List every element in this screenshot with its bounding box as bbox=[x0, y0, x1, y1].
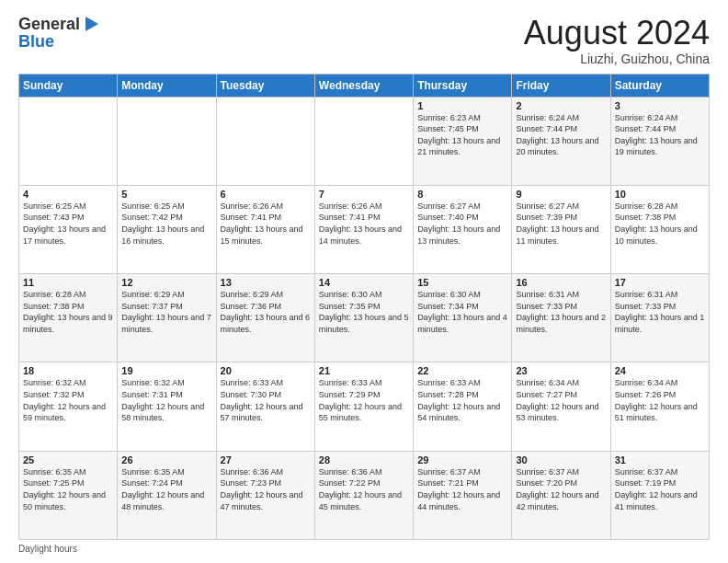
day-info: Sunrise: 6:24 AM Sunset: 7:44 PM Dayligh… bbox=[516, 112, 606, 158]
logo-general: General bbox=[18, 16, 80, 34]
table-row: 23Sunrise: 6:34 AM Sunset: 7:27 PM Dayli… bbox=[512, 362, 610, 451]
day-info: Sunrise: 6:25 AM Sunset: 7:43 PM Dayligh… bbox=[23, 201, 113, 247]
table-row: 9Sunrise: 6:27 AM Sunset: 7:39 PM Daylig… bbox=[512, 185, 610, 273]
month-title: August 2024 bbox=[524, 15, 710, 52]
day-number: 23 bbox=[516, 365, 606, 376]
day-info: Sunrise: 6:26 AM Sunset: 7:41 PM Dayligh… bbox=[319, 201, 409, 247]
day-number: 14 bbox=[319, 277, 409, 288]
table-row: 20Sunrise: 6:33 AM Sunset: 7:30 PM Dayli… bbox=[216, 362, 314, 451]
col-sunday: Sunday bbox=[19, 74, 118, 97]
day-number: 30 bbox=[516, 454, 606, 465]
day-number: 27 bbox=[221, 454, 311, 465]
table-row: 18Sunrise: 6:32 AM Sunset: 7:32 PM Dayli… bbox=[19, 362, 118, 451]
day-info: Sunrise: 6:26 AM Sunset: 7:41 PM Dayligh… bbox=[221, 201, 311, 247]
day-number: 13 bbox=[221, 277, 311, 288]
day-number: 20 bbox=[221, 365, 311, 376]
logo: General Blue bbox=[18, 15, 102, 52]
table-row: 4Sunrise: 6:25 AM Sunset: 7:43 PM Daylig… bbox=[19, 185, 118, 273]
day-info: Sunrise: 6:34 AM Sunset: 7:27 PM Dayligh… bbox=[516, 377, 606, 423]
calendar-week-row: 18Sunrise: 6:32 AM Sunset: 7:32 PM Dayli… bbox=[19, 362, 710, 451]
table-row: 15Sunrise: 6:30 AM Sunset: 7:34 PM Dayli… bbox=[414, 274, 512, 362]
table-row: 11Sunrise: 6:28 AM Sunset: 7:38 PM Dayli… bbox=[19, 274, 118, 362]
table-row: 31Sunrise: 6:37 AM Sunset: 7:19 PM Dayli… bbox=[610, 451, 709, 539]
calendar-week-row: 25Sunrise: 6:35 AM Sunset: 7:25 PM Dayli… bbox=[19, 451, 710, 539]
day-number: 28 bbox=[319, 454, 409, 465]
day-number: 8 bbox=[417, 189, 507, 200]
col-tuesday: Tuesday bbox=[216, 74, 314, 97]
table-row: 21Sunrise: 6:33 AM Sunset: 7:29 PM Dayli… bbox=[314, 362, 413, 451]
table-row: 30Sunrise: 6:37 AM Sunset: 7:20 PM Dayli… bbox=[512, 451, 610, 539]
location: Liuzhi, Guizhou, China bbox=[524, 52, 710, 66]
day-info: Sunrise: 6:33 AM Sunset: 7:28 PM Dayligh… bbox=[417, 377, 507, 423]
day-number: 16 bbox=[516, 277, 606, 288]
day-info: Sunrise: 6:36 AM Sunset: 7:23 PM Dayligh… bbox=[221, 466, 311, 512]
day-info: Sunrise: 6:35 AM Sunset: 7:24 PM Dayligh… bbox=[121, 466, 211, 512]
col-friday: Friday bbox=[512, 74, 610, 97]
table-row: 8Sunrise: 6:27 AM Sunset: 7:40 PM Daylig… bbox=[414, 185, 512, 273]
day-info: Sunrise: 6:37 AM Sunset: 7:19 PM Dayligh… bbox=[615, 466, 705, 512]
day-info: Sunrise: 6:29 AM Sunset: 7:37 PM Dayligh… bbox=[121, 289, 211, 335]
table-row: 10Sunrise: 6:28 AM Sunset: 7:38 PM Dayli… bbox=[610, 185, 709, 273]
logo-icon bbox=[82, 15, 102, 35]
day-info: Sunrise: 6:25 AM Sunset: 7:42 PM Dayligh… bbox=[121, 201, 211, 247]
day-number: 4 bbox=[23, 189, 113, 200]
day-info: Sunrise: 6:27 AM Sunset: 7:39 PM Dayligh… bbox=[516, 201, 606, 247]
day-info: Sunrise: 6:31 AM Sunset: 7:33 PM Dayligh… bbox=[615, 289, 705, 335]
day-info: Sunrise: 6:28 AM Sunset: 7:38 PM Dayligh… bbox=[615, 201, 705, 247]
logo-blue: Blue bbox=[18, 33, 102, 52]
day-number: 5 bbox=[121, 189, 211, 200]
header: General Blue August 2024 Liuzhi, Guizhou… bbox=[18, 15, 710, 66]
table-row bbox=[216, 97, 314, 185]
footer-note: Daylight hours bbox=[18, 544, 710, 554]
table-row: 13Sunrise: 6:29 AM Sunset: 7:36 PM Dayli… bbox=[216, 274, 314, 362]
table-row: 5Sunrise: 6:25 AM Sunset: 7:42 PM Daylig… bbox=[118, 185, 216, 273]
day-info: Sunrise: 6:35 AM Sunset: 7:25 PM Dayligh… bbox=[23, 466, 113, 512]
table-row: 7Sunrise: 6:26 AM Sunset: 7:41 PM Daylig… bbox=[314, 185, 413, 273]
table-row: 28Sunrise: 6:36 AM Sunset: 7:22 PM Dayli… bbox=[314, 451, 413, 539]
day-info: Sunrise: 6:33 AM Sunset: 7:29 PM Dayligh… bbox=[319, 377, 409, 423]
day-info: Sunrise: 6:33 AM Sunset: 7:30 PM Dayligh… bbox=[221, 377, 311, 423]
col-saturday: Saturday bbox=[610, 74, 709, 97]
day-info: Sunrise: 6:30 AM Sunset: 7:34 PM Dayligh… bbox=[417, 289, 507, 335]
calendar-table: Sunday Monday Tuesday Wednesday Thursday… bbox=[18, 74, 710, 540]
calendar-header-row: Sunday Monday Tuesday Wednesday Thursday… bbox=[19, 74, 710, 97]
day-number: 26 bbox=[121, 454, 211, 465]
table-row: 22Sunrise: 6:33 AM Sunset: 7:28 PM Dayli… bbox=[414, 362, 512, 451]
day-number: 15 bbox=[417, 277, 507, 288]
table-row bbox=[19, 97, 118, 185]
table-row: 2Sunrise: 6:24 AM Sunset: 7:44 PM Daylig… bbox=[512, 97, 610, 185]
table-row: 26Sunrise: 6:35 AM Sunset: 7:24 PM Dayli… bbox=[118, 451, 216, 539]
day-number: 1 bbox=[417, 100, 507, 111]
day-number: 2 bbox=[516, 100, 606, 111]
table-row: 17Sunrise: 6:31 AM Sunset: 7:33 PM Dayli… bbox=[610, 274, 709, 362]
table-row: 19Sunrise: 6:32 AM Sunset: 7:31 PM Dayli… bbox=[118, 362, 216, 451]
day-number: 12 bbox=[121, 277, 211, 288]
calendar-week-row: 11Sunrise: 6:28 AM Sunset: 7:38 PM Dayli… bbox=[19, 274, 710, 362]
day-number: 11 bbox=[23, 277, 113, 288]
day-number: 3 bbox=[615, 100, 705, 111]
day-number: 29 bbox=[417, 454, 507, 465]
col-wednesday: Wednesday bbox=[314, 74, 413, 97]
day-number: 21 bbox=[319, 365, 409, 376]
day-info: Sunrise: 6:36 AM Sunset: 7:22 PM Dayligh… bbox=[319, 466, 409, 512]
day-number: 19 bbox=[121, 365, 211, 376]
day-number: 22 bbox=[417, 365, 507, 376]
calendar-week-row: 1Sunrise: 6:23 AM Sunset: 7:45 PM Daylig… bbox=[19, 97, 710, 185]
table-row: 6Sunrise: 6:26 AM Sunset: 7:41 PM Daylig… bbox=[216, 185, 314, 273]
day-info: Sunrise: 6:24 AM Sunset: 7:44 PM Dayligh… bbox=[615, 112, 705, 158]
day-number: 10 bbox=[615, 189, 705, 200]
svg-marker-0 bbox=[85, 17, 98, 31]
table-row: 16Sunrise: 6:31 AM Sunset: 7:33 PM Dayli… bbox=[512, 274, 610, 362]
table-row: 24Sunrise: 6:34 AM Sunset: 7:26 PM Dayli… bbox=[610, 362, 709, 451]
table-row: 1Sunrise: 6:23 AM Sunset: 7:45 PM Daylig… bbox=[414, 97, 512, 185]
day-info: Sunrise: 6:27 AM Sunset: 7:40 PM Dayligh… bbox=[417, 201, 507, 247]
day-number: 17 bbox=[615, 277, 705, 288]
table-row: 12Sunrise: 6:29 AM Sunset: 7:37 PM Dayli… bbox=[118, 274, 216, 362]
calendar-week-row: 4Sunrise: 6:25 AM Sunset: 7:43 PM Daylig… bbox=[19, 185, 710, 273]
title-block: August 2024 Liuzhi, Guizhou, China bbox=[524, 15, 710, 66]
table-row bbox=[314, 97, 413, 185]
day-info: Sunrise: 6:32 AM Sunset: 7:32 PM Dayligh… bbox=[23, 377, 113, 423]
day-number: 6 bbox=[221, 189, 311, 200]
table-row: 27Sunrise: 6:36 AM Sunset: 7:23 PM Dayli… bbox=[216, 451, 314, 539]
day-number: 31 bbox=[615, 454, 705, 465]
